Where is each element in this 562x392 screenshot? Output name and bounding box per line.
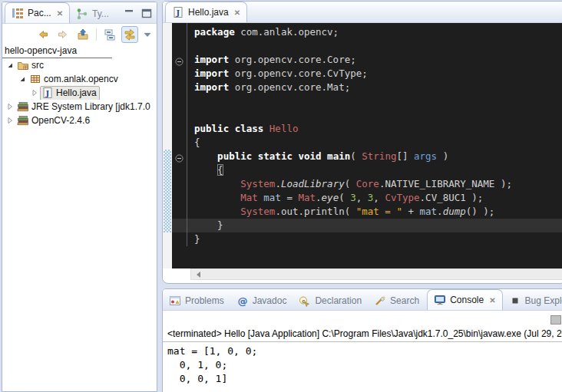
tree-item-jre-system-library-jdk1-7-0[interactable]: JRE System Library [jdk1.7.0 [2,100,157,114]
tab-label: Console [450,295,484,305]
tree-collapsed-arrow-icon[interactable] [4,115,15,127]
source-folder-icon [17,59,29,71]
console-toolbar-button[interactable] [550,315,561,324]
tree-collapsed-arrow-icon[interactable] [4,101,15,113]
code-area[interactable]: package com.anlak.opencv;import org.open… [187,23,562,246]
range-ruler [163,23,172,268]
tree-item-label: com.anlak.opencv [44,74,118,84]
editor-tab-label: Hello.java [188,7,229,18]
back-button[interactable] [35,26,51,43]
package-icon [29,73,41,85]
forward-icon [57,28,69,41]
code-line-1: package com.anlak.opencv; [194,25,562,39]
library-icon [17,114,29,127]
code-line-8: public class Hello [194,122,562,136]
close-icon[interactable]: ✕ [234,8,240,17]
tab-declaration[interactable]: eDeclaration [293,292,368,310]
tab-label: Bug Explorer [525,295,562,306]
tree-expanded-arrow-icon[interactable] [16,74,28,85]
eclipse-workbench: Pac... ✕ Ty... hello-opencv-javasrccom.a… [0,0,562,392]
code-viewport[interactable]: package com.anlak.opencv;import org.open… [172,23,562,268]
editor-body: package com.anlak.opencv;import org.open… [163,23,562,268]
tree-item-label: src [31,60,44,71]
tree-collapsed-arrow-icon[interactable] [28,87,40,99]
tab-type-hierarchy[interactable]: Ty... [70,5,115,23]
project-label: hello-opencv-java [2,44,112,58]
tree-item-hello-java[interactable]: JHello.java [2,86,157,100]
console-output-line: mat = [1, 0, 0; [167,344,562,358]
minimize-button[interactable] [124,8,135,18]
declaration-icon: e [299,295,311,307]
code-line-5: import org.opencv.core.Mat; [194,81,562,94]
code-line-15: } [194,219,562,232]
code-line-2 [194,39,562,53]
tree-item-com-anlak-opencv[interactable]: com.anlak.opencv [2,72,157,86]
console-status-line: <terminated> Hello [Java Application] C:… [163,327,562,342]
tree-item-content: JRE System Library [jdk1.7.0 [15,100,154,114]
fold-collapse-icon[interactable] [175,55,183,64]
forward-button[interactable] [55,26,71,43]
view-menu-icon [141,28,154,41]
java-file-icon: J [41,87,54,99]
method-range-indicator [164,150,171,232]
link-with-editor-button[interactable] [121,26,138,43]
code-line-7 [194,108,562,122]
console-output-line: 0, 0, 1] [167,372,562,386]
tree-item-content: JHello.java [40,86,100,100]
console-toolbar [163,311,562,327]
code-line-9: { [194,136,562,150]
tab-bug-explorer[interactable]: Bug Explorer [503,292,562,310]
code-line-11: { [194,163,562,177]
code-line-12: System.LoadLibrary( Core.NATIVE_LIBRARY_… [194,177,562,191]
tree-item-label: OpenCV-2.4.6 [31,115,90,126]
scroll-left-arrow-icon[interactable] [193,272,200,278]
tree-item-hello-opencv-java[interactable]: hello-opencv-java [2,44,157,58]
editor-tabbar: J Hello.java ✕ [163,2,562,23]
tab-hello-java[interactable]: J Hello.java ✕ [165,2,247,22]
code-line-10: public static void main( String[] args ) [194,150,562,163]
code-line-14: System.out.println( "mat = " + mat.dump(… [194,205,562,219]
view-window-buttons [124,8,157,23]
scrollbar-track[interactable] [190,268,562,280]
editor-horizontal-scrollbar[interactable] [163,268,562,280]
console-icon [434,294,446,306]
collapse-all-icon [104,28,116,41]
close-icon[interactable]: ✕ [57,9,63,18]
tree-expanded-arrow-icon[interactable] [4,60,15,71]
type-hierarchy-icon [76,8,88,20]
svg-text:@: @ [237,295,247,307]
tree-item-content: OpenCV-2.4.6 [15,114,93,127]
search-icon [374,295,386,307]
tree-item-src[interactable]: src [2,58,157,72]
up-icon [77,28,89,41]
library-icon [17,100,29,113]
problems-icon [169,295,181,307]
tab-label: Declaration [315,295,362,306]
tab-console[interactable]: Console✕ [427,289,502,310]
toolbar-separator [96,28,97,41]
tree-item-opencv-2-4-6[interactable]: OpenCV-2.4.6 [2,114,157,127]
tree-item-content: src [15,58,47,72]
code-line-4: import org.opencv.core.CvType; [194,67,562,81]
tab-javadoc[interactable]: @Javadoc [230,292,293,310]
java-file-icon: J [172,6,184,18]
package-explorer-toolbar [2,24,157,44]
link-with-editor-icon [124,28,136,41]
back-icon [37,28,49,41]
tab-search[interactable]: Search [368,292,425,310]
up-button[interactable] [74,26,91,43]
collapse-all-button[interactable] [101,26,118,43]
tree-item-content: com.anlak.opencv [28,72,121,86]
tab-label: Search [390,295,419,306]
close-icon[interactable]: ✕ [489,296,495,305]
package-explorer-icon [12,7,24,19]
tab-problems[interactable]: Problems [163,292,230,310]
bottom-tabbar: Problems@JavadoceDeclarationSearchConsol… [163,289,562,311]
svg-text:J: J [176,8,180,17]
maximize-button[interactable] [140,8,152,18]
view-menu-button[interactable] [141,26,154,43]
tab-package-explorer[interactable]: Pac... ✕ [5,2,70,23]
fold-collapse-icon[interactable] [175,152,183,160]
console-panel: Problems@JavadoceDeclarationSearchConsol… [162,288,562,392]
tab-label: Problems [185,295,224,306]
